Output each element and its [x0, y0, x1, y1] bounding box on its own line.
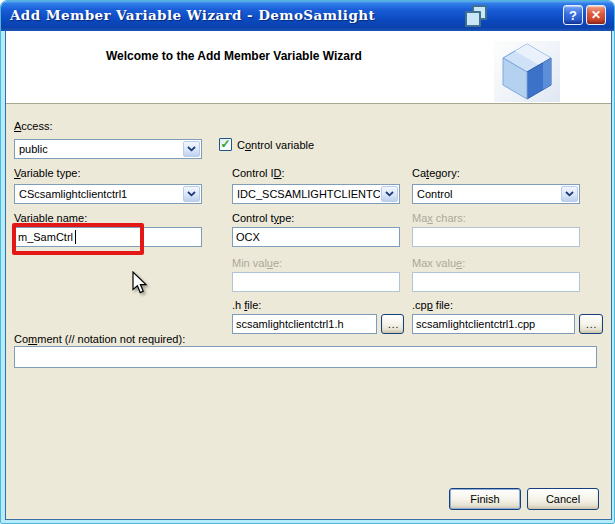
cpp-file-input[interactable] — [412, 314, 575, 334]
wizard-banner-title: Welcome to the Add Member Variable Wizar… — [106, 49, 362, 63]
titlebar[interactable]: Add Member Variable Wizard - DemoSamligh… — [1, 1, 615, 31]
chevron-down-icon[interactable] — [561, 186, 578, 202]
access-combobox[interactable]: public — [14, 139, 202, 159]
max-chars-input — [412, 227, 580, 247]
category-combobox[interactable]: Control — [412, 184, 580, 204]
wizard-cube-icon — [494, 41, 560, 102]
cpp-file-browse-button[interactable]: ... — [579, 314, 603, 334]
variable-type-value: CScsamlightclientctrl1 — [15, 188, 182, 200]
control-id-label: Control ID: — [232, 167, 285, 179]
category-value: Control — [413, 188, 560, 200]
variable-name-input[interactable] — [14, 227, 202, 247]
chevron-down-icon[interactable] — [183, 141, 200, 157]
variable-name-label: Variable name: — [14, 212, 87, 224]
cascade-front-square — [465, 11, 481, 27]
chevron-down-icon[interactable] — [183, 186, 200, 202]
comment-input[interactable] — [14, 346, 597, 368]
control-id-combobox[interactable]: IDC_SCSAMLIGHTCLIENTCTRL — [232, 184, 400, 204]
min-value-input — [232, 272, 400, 292]
category-label: Category: — [412, 167, 460, 179]
control-variable-label: Control variable — [237, 139, 314, 151]
control-type-input[interactable] — [232, 227, 400, 247]
finish-button[interactable]: Finish — [449, 488, 521, 510]
access-value: public — [15, 143, 182, 155]
text-caret — [75, 230, 76, 244]
add-member-variable-wizard-window: Add Member Variable Wizard - DemoSamligh… — [0, 0, 615, 524]
h-file-browse-button[interactable]: ... — [381, 314, 404, 334]
h-file-input[interactable] — [232, 314, 377, 334]
variable-type-combobox[interactable]: CScsamlightclientctrl1 — [14, 184, 202, 204]
access-label: Access: — [14, 120, 53, 132]
close-button[interactable]: ✕ — [586, 5, 606, 25]
control-type-label: Control type: — [232, 212, 294, 224]
window-title: Add Member Variable Wizard - DemoSamligh… — [10, 7, 375, 23]
cpp-file-label: .cpp file: — [412, 299, 453, 311]
h-file-label: .h file: — [232, 299, 261, 311]
chevron-down-icon[interactable] — [381, 186, 398, 202]
control-id-value: IDC_SCSAMLIGHTCLIENTCTRL — [233, 188, 380, 200]
max-value-input — [412, 272, 580, 292]
wizard-banner: Welcome to the Add Member Variable Wizar… — [6, 31, 611, 104]
dialog-body: Welcome to the Add Member Variable Wizar… — [5, 31, 612, 520]
min-value-label: Min value: — [232, 257, 282, 269]
mouse-cursor — [131, 271, 149, 296]
control-variable-checkbox-row[interactable]: ✓ Control variable — [219, 138, 314, 151]
max-value-label: Max value: — [412, 257, 465, 269]
cancel-button[interactable]: Cancel — [527, 488, 599, 510]
comment-label: Comment (// notation not required): — [14, 333, 185, 345]
help-button[interactable]: ? — [563, 5, 583, 25]
max-chars-label: Max chars: — [412, 212, 466, 224]
variable-type-label: Variable type: — [14, 167, 80, 179]
checkbox-checked-icon[interactable]: ✓ — [219, 138, 232, 151]
cascade-windows-icon — [463, 4, 491, 29]
